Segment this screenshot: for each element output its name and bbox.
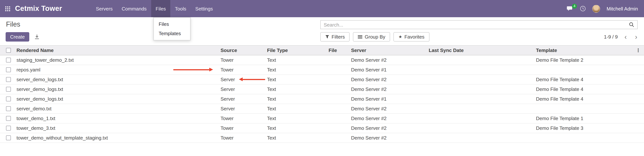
search-icon[interactable] [629,22,634,27]
activities-clock-icon[interactable] [580,6,586,12]
navbar-systray: 4 Mitchell Admin [567,5,638,12]
favorites-button[interactable]: ★ Favorites [394,32,430,42]
clock-icon [580,6,586,12]
cell-file-type: Text [267,116,328,121]
user-menu[interactable]: Mitchell Admin [606,6,638,11]
row-checkbox[interactable] [6,58,11,63]
message-count-badge: 4 [572,3,577,8]
filters-button[interactable]: Filters [320,32,350,42]
apps-grid-icon[interactable] [5,6,10,11]
group-by-icon [358,35,362,39]
cell-server: Demo Server #2 [351,106,429,111]
user-avatar[interactable] [592,5,600,12]
column-header-file-type[interactable]: File Type [267,48,328,53]
dropdown-item-files[interactable]: Files [154,19,190,29]
pager-previous-button[interactable]: ‹ [623,33,628,40]
cell-template: Demo File Template 2 [536,57,634,63]
star-icon: ★ [398,35,402,39]
cell-rendered-name: tower_demo_1.txt [16,116,220,121]
action-buttons: Create [6,32,40,42]
row-checkbox[interactable] [6,135,11,140]
dropdown-item-templates[interactable]: Templates [154,29,190,38]
column-header-template[interactable]: Template [536,48,634,53]
cell-source: Tower [220,116,267,121]
cell-source: Server [220,86,267,92]
main-menu: Servers Commands Files Tools Settings [91,0,217,17]
cell-server: Demo Server #2 [351,125,429,131]
create-button[interactable]: Create [6,32,29,42]
table-row[interactable]: server_demo_logs.txt Server Text Demo Se… [0,84,644,94]
cell-server: Demo Server #2 [351,135,429,141]
table-row[interactable]: tower_demo_1.txt Tower Text Demo Server … [0,114,644,123]
cell-server: Demo Server #1 [351,67,429,73]
cell-source: Tower [220,57,267,63]
messages-icon[interactable]: 4 [567,6,574,11]
cell-template: Demo File Template 4 [536,86,634,92]
arrow-head-left [239,78,243,81]
cell-rendered-name: tower_demo_without_template_staging.txt [16,135,220,141]
menu-files[interactable]: Files [151,0,170,17]
arrow-shaft [243,79,265,80]
row-checkbox[interactable] [6,96,11,101]
download-button[interactable] [34,34,40,40]
pager: 1-9 / 9 ‹ › [604,32,639,42]
table-row[interactable]: staging_tower_demo_2.txt Tower Text Demo… [0,55,644,65]
app-window: Cetmix Tower Servers Commands Files Tool… [0,0,644,156]
search-input[interactable] [324,22,629,27]
cell-server: Demo Server #2 [351,77,429,82]
group-by-button[interactable]: Group By [353,32,390,42]
row-checkbox[interactable] [6,77,11,82]
cell-rendered-name: staging_tower_demo_2.txt [16,57,220,63]
cell-file-type: Text [267,57,328,63]
search-options: Filters Group By ★ Favorites [320,32,429,42]
table-row[interactable]: server_demo_logs.txt Server Text Demo Se… [0,75,644,84]
row-checkbox[interactable] [6,87,11,92]
table-row[interactable]: server_demo.txt Server Text Demo Server … [0,104,644,114]
column-header-server[interactable]: Server [351,48,429,53]
pager-range: 1-9 / 9 [604,34,618,40]
table-row[interactable]: tower_demo_3.txt Tower Text Demo Server … [0,123,644,133]
column-header-file[interactable]: File [328,48,351,53]
group-by-label: Group By [365,34,386,40]
select-all-checkbox[interactable] [6,48,11,53]
menu-servers[interactable]: Servers [91,0,117,17]
cell-rendered-name: server_demo_logs.txt [16,96,220,102]
annotation-arrow-right [173,68,213,72]
arrow-shaft [173,69,209,70]
row-checkbox[interactable] [6,116,11,121]
files-dropdown-menu: Files Templates [154,17,190,40]
cell-source: Tower [220,125,267,131]
table-row[interactable]: server_demo_logs.txt Server Text Demo Se… [0,94,644,104]
app-brand[interactable]: Cetmix Tower [15,4,62,13]
table-row[interactable]: repos.yaml Tower Text Demo Server #1 [0,65,644,75]
cell-file-type: Text [267,77,328,82]
search-box [320,20,638,29]
menu-tools[interactable]: Tools [170,0,191,17]
cell-source: Tower [220,67,267,73]
cell-server: Demo Server #2 [351,116,429,121]
table-row[interactable]: tower_demo_without_template_staging.txt … [0,133,644,143]
column-header-rendered-name[interactable]: Rendered Name [16,48,220,53]
column-header-source[interactable]: Source [220,48,267,53]
cell-server: Demo Server #2 [351,86,429,92]
filters-label: Filters [332,34,345,40]
menu-commands[interactable]: Commands [117,0,151,17]
annotation-arrow-left [239,78,265,81]
row-checkbox[interactable] [6,126,11,131]
cell-file-type: Text [267,135,328,141]
cell-server: Demo Server #1 [351,96,429,102]
cell-file-type: Text [267,125,328,131]
page-title: Files [6,21,20,28]
top-navbar: Cetmix Tower Servers Commands Files Tool… [0,0,644,17]
optional-columns-toggle[interactable]: ⋮ [636,48,640,53]
column-header-last-sync-date[interactable]: Last Sync Date [429,48,536,53]
cell-rendered-name: server_demo_logs.txt [16,77,220,82]
pager-next-button[interactable]: › [634,33,639,40]
favorites-label: Favorites [404,34,424,40]
control-panel: Files Create [0,17,644,45]
cell-template: Demo File Template 4 [536,77,634,82]
menu-settings[interactable]: Settings [191,0,217,17]
row-checkbox[interactable] [6,67,11,72]
row-checkbox[interactable] [6,106,11,111]
table-header: Rendered Name Source File Type File Serv… [0,45,644,55]
